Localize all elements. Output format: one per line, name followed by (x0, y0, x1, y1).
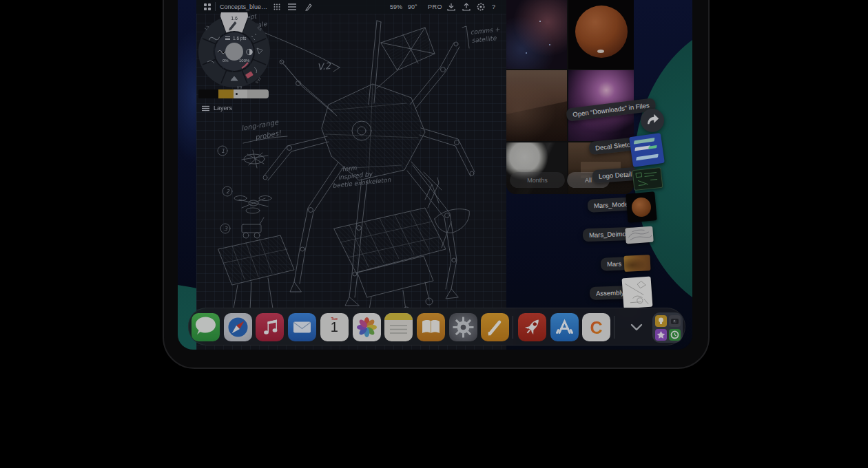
tool-wheel[interactable]: 1.6 1.5 3.5 14.5 (196, 12, 272, 89)
photos-app-window[interactable]: Months All (506, 0, 634, 194)
safari-compass-icon (224, 313, 252, 341)
stroke-size-label: 1.6 pts (233, 36, 247, 41)
active-tool-size: 1.6 (231, 16, 238, 21)
thumb-mars-deimos[interactable] (625, 226, 654, 244)
dock-app-settings[interactable] (449, 313, 477, 341)
dock-app-concepts[interactable]: C (582, 313, 610, 341)
concepts-app-window[interactable]: Concepts_blue… 59% 90° PRO (196, 0, 506, 350)
mini-camera-icon (669, 315, 681, 327)
dock-app-mail[interactable] (288, 313, 316, 341)
photo-mars-landscape[interactable] (506, 70, 567, 141)
annotation-comms: comms + (470, 25, 500, 35)
swatch-light-gray[interactable] (234, 89, 247, 98)
annotation-satellite: satellite (471, 34, 497, 44)
dock-divider-2 (614, 316, 614, 339)
layers-button[interactable]: Layers (202, 103, 232, 113)
pen-icon (481, 313, 509, 341)
swatch-black[interactable] (198, 89, 218, 98)
calendar-day: 1 (320, 319, 349, 335)
mars-polar-cap (597, 50, 604, 53)
annotation-version: V.2 (317, 61, 332, 72)
dock-collapse-button[interactable] (626, 318, 647, 337)
annotation-probes: probes! (254, 129, 282, 142)
forward-arrow-icon (643, 111, 661, 129)
photo-nebula[interactable] (506, 0, 567, 69)
mini-clock-icon (669, 329, 681, 341)
dock-app-safari[interactable] (224, 313, 252, 341)
layers-label: Layers (214, 105, 232, 111)
share-forward-button[interactable] (641, 109, 664, 132)
mini-tips-icon (655, 315, 667, 327)
mail-envelope-icon (288, 313, 316, 341)
dock-app-music[interactable] (256, 313, 284, 341)
swatch-gold[interactable] (218, 89, 234, 98)
marker-2: 2 (226, 189, 230, 195)
books-icon (417, 313, 445, 341)
mars-sphere (575, 6, 628, 58)
dock-app-library[interactable] (652, 312, 683, 343)
swatch-gray[interactable] (247, 89, 269, 98)
thumb-mars-model[interactable] (626, 191, 657, 223)
dock-app-books[interactable] (417, 313, 445, 341)
concepts-c-icon: C (582, 313, 610, 341)
dock-app-appstore[interactable] (550, 313, 579, 341)
dock-app-notes[interactable] (384, 313, 413, 341)
color-strip[interactable] (198, 89, 269, 98)
dock-app-calendar[interactable]: Tue 1 (320, 313, 349, 341)
ipad-screen: Concepts_blue… 59% 90° PRO (178, 0, 692, 350)
chevron-down-icon (626, 318, 647, 337)
swatch-selected-dot (236, 93, 238, 95)
photos-flower-icon (353, 313, 381, 341)
opacity-max: 100% (239, 58, 250, 63)
thumb-assembly[interactable] (622, 277, 653, 309)
marker-1: 1 (221, 148, 225, 154)
photo-mars-globe[interactable] (568, 0, 634, 69)
dock-app-rocket[interactable] (518, 313, 546, 341)
thumb-logo-detail[interactable] (632, 167, 663, 191)
dock-app-messages[interactable] (192, 313, 220, 341)
stage: Concepts_blue… 59% 90° PRO (0, 0, 868, 468)
segment-months[interactable]: Months (510, 172, 565, 188)
dock-app-photos[interactable] (353, 313, 381, 341)
thumb-decal-sketches[interactable] (629, 133, 665, 167)
layers-menu-icon (202, 105, 209, 111)
music-note-icon (256, 313, 284, 341)
rocket-icon (518, 313, 546, 341)
messages-bubble-icon (192, 313, 220, 341)
dock-app-draw[interactable] (481, 313, 509, 341)
opacity-min: 0% (223, 58, 229, 63)
settings-gear-glyph (449, 313, 477, 341)
mini-mars-sphere (631, 197, 652, 217)
appstore-a-icon (550, 313, 579, 341)
c-glyph: C (590, 318, 603, 337)
notes-icon (384, 313, 413, 341)
mini-star-icon (655, 329, 667, 341)
dock-divider-1 (513, 316, 513, 339)
dock: Tue 1 (188, 308, 685, 345)
thumb-mars[interactable] (623, 255, 650, 272)
marker-3: 3 (224, 226, 228, 232)
